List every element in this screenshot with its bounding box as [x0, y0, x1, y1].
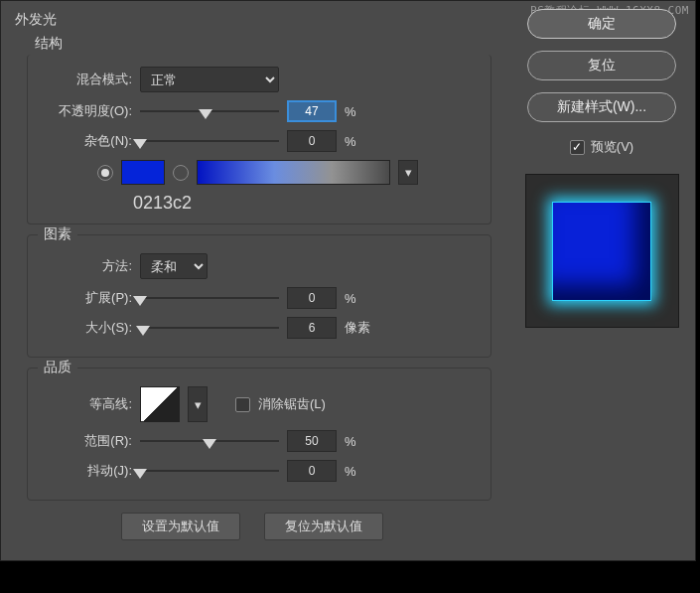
color-radio[interactable]	[97, 165, 113, 181]
contour-picker[interactable]	[140, 386, 180, 422]
reset-default-button[interactable]: 复位为默认值	[264, 513, 383, 540]
contour-dropdown-icon[interactable]: ▾	[188, 386, 208, 422]
noise-unit: %	[345, 134, 374, 149]
jitter-unit: %	[345, 464, 374, 479]
size-label: 大小(S):	[38, 319, 132, 337]
technique-select[interactable]: 柔和	[140, 253, 208, 279]
noise-slider[interactable]	[140, 131, 279, 151]
quality-title: 品质	[38, 359, 77, 376]
jitter-input[interactable]	[287, 460, 337, 482]
size-input[interactable]	[287, 317, 337, 339]
contour-label: 等高线:	[38, 395, 132, 413]
opacity-unit: %	[345, 104, 374, 119]
range-slider[interactable]	[140, 431, 279, 451]
preview-box	[525, 174, 679, 328]
blend-mode-select[interactable]: 正常	[140, 67, 279, 92]
size-unit: 像素	[345, 319, 374, 337]
range-input[interactable]	[287, 430, 337, 452]
spread-input[interactable]	[287, 287, 337, 309]
gradient-radio[interactable]	[173, 165, 189, 181]
ok-button[interactable]: 确定	[527, 9, 676, 39]
opacity-label: 不透明度(O):	[38, 102, 132, 120]
technique-label: 方法:	[38, 257, 132, 275]
set-default-button[interactable]: 设置为默认值	[121, 513, 240, 540]
elements-fieldset: 图素 方法: 柔和 扩展(P): % 大小(S): 像素	[27, 234, 491, 358]
preview-checkbox[interactable]	[570, 140, 585, 155]
noise-label: 杂色(N):	[38, 132, 132, 150]
opacity-slider[interactable]	[140, 101, 279, 121]
jitter-label: 抖动(J):	[38, 462, 132, 480]
antialias-checkbox[interactable]	[235, 397, 250, 412]
range-unit: %	[345, 434, 374, 449]
antialias-label: 消除锯齿(L)	[258, 395, 326, 413]
structure-title: 结构	[35, 35, 497, 53]
dialog-title: 外发光	[15, 11, 497, 29]
size-slider[interactable]	[140, 318, 279, 338]
gradient-dropdown-icon[interactable]: ▾	[398, 160, 418, 185]
blend-mode-label: 混合模式:	[38, 71, 132, 88]
spread-label: 扩展(P):	[38, 289, 132, 307]
spread-unit: %	[345, 291, 374, 306]
color-swatch[interactable]	[121, 160, 165, 185]
opacity-input[interactable]	[287, 100, 337, 122]
color-hex-label: 0213c2	[133, 193, 481, 214]
range-label: 范围(R):	[38, 432, 132, 450]
structure-fieldset: 混合模式: 正常 不透明度(O): % 杂色(N): % ▾	[27, 55, 491, 224]
preview-swatch	[552, 202, 651, 301]
spread-slider[interactable]	[140, 288, 279, 308]
elements-title: 图素	[38, 225, 77, 243]
new-style-button[interactable]: 新建样式(W)...	[527, 92, 676, 122]
quality-fieldset: 品质 等高线: ▾ 消除锯齿(L) 范围(R): % 抖动(J): %	[27, 368, 491, 501]
jitter-slider[interactable]	[140, 461, 279, 481]
noise-input[interactable]	[287, 130, 337, 152]
gradient-strip[interactable]	[197, 160, 390, 185]
preview-label: 预览(V)	[591, 138, 633, 156]
reset-button[interactable]: 复位	[527, 51, 676, 80]
